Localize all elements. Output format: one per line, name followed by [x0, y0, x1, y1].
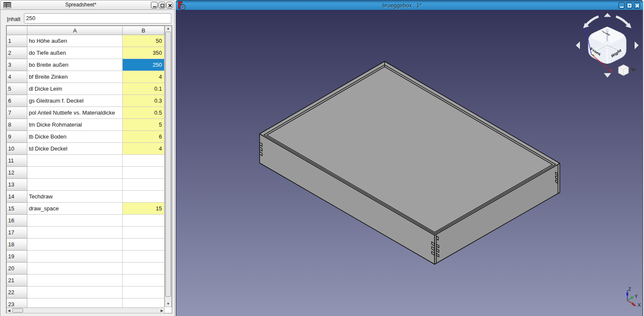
svg-text:X: X: [638, 302, 641, 307]
svg-text:X: X: [609, 68, 612, 74]
svg-text:Z: Z: [628, 286, 631, 292]
svg-text:Y: Y: [635, 294, 638, 299]
svg-text:Z: Z: [585, 28, 588, 34]
